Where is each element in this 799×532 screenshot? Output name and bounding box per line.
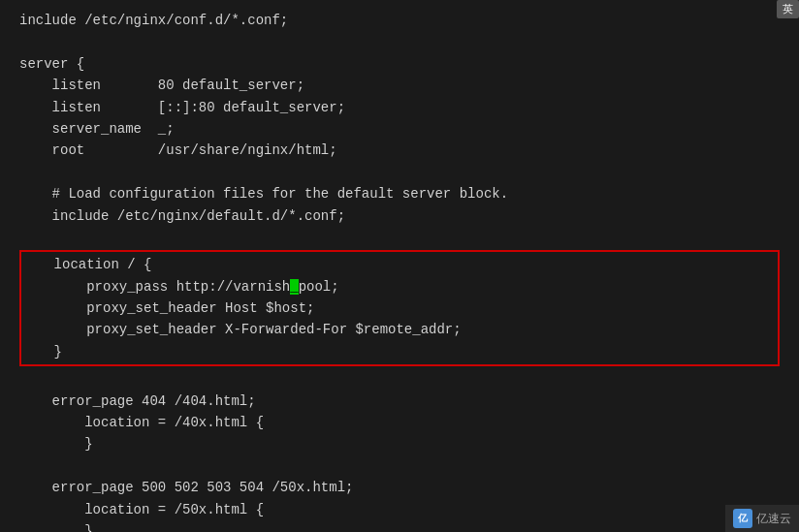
watermark-label: 亿速云 <box>756 511 791 527</box>
language-badge-text: 英 <box>783 4 793 16</box>
code-line-13: proxy_pass http://varnish_pool; <box>21 276 778 297</box>
code-line-22: error_page 500 502 503 504 /50x.html; <box>19 477 780 498</box>
code-line-9: # Load configuration files for the defau… <box>19 183 780 204</box>
code-line-20: } <box>19 433 780 454</box>
code-line-2 <box>19 31 780 52</box>
code-line-7: root /usr/share/nginx/html; <box>19 140 780 161</box>
code-line-16: } <box>21 341 778 362</box>
code-editor: include /etc/nginx/conf.d/*.conf; server… <box>0 0 799 532</box>
code-line-8 <box>19 162 780 183</box>
code-line-17 <box>19 368 780 390</box>
code-line-3: server { <box>19 53 780 75</box>
code-line-24: } <box>19 520 780 532</box>
code-line-14: proxy_set_header Host $host; <box>21 297 778 319</box>
language-badge[interactable]: 英 <box>777 0 799 18</box>
code-line-19: location = /40x.html { <box>19 412 780 433</box>
watermark-icon-text: 亿 <box>738 512 748 525</box>
code-line-21 <box>19 455 780 477</box>
code-line-11 <box>19 227 780 248</box>
code-line-6: server_name _; <box>19 118 780 140</box>
code-line-1: include /etc/nginx/conf.d/*.conf; <box>19 10 780 31</box>
code-line-23: location = /50x.html { <box>19 499 780 520</box>
code-line-4: listen 80 default_server; <box>19 75 780 96</box>
code-line-12: location / { <box>21 254 778 275</box>
cursor: _ <box>290 279 298 295</box>
highlighted-location-block: location / { proxy_pass http://varnish_p… <box>19 250 780 366</box>
code-line-5: listen [::]:80 default_server; <box>19 97 780 118</box>
watermark: 亿 亿速云 <box>725 505 799 532</box>
code-line-18: error_page 404 /404.html; <box>19 391 780 412</box>
watermark-icon: 亿 <box>733 509 752 528</box>
code-line-10: include /etc/nginx/default.d/*.conf; <box>19 205 780 227</box>
code-line-15: proxy_set_header X-Forwarded-For $remote… <box>21 319 778 340</box>
